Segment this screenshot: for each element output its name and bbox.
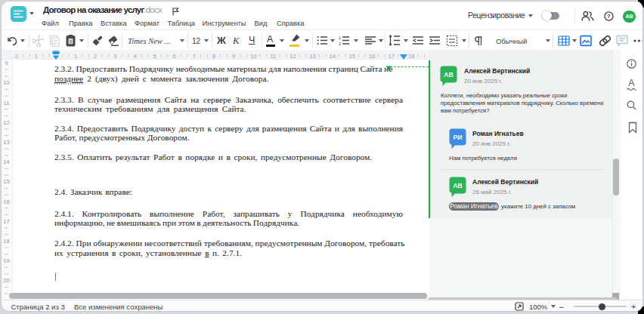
svg-text:РИ: РИ [454,134,463,141]
svg-text:А: А [628,78,635,88]
svg-text:АВ: АВ [444,71,453,78]
svg-text:АВ: АВ [453,182,462,189]
